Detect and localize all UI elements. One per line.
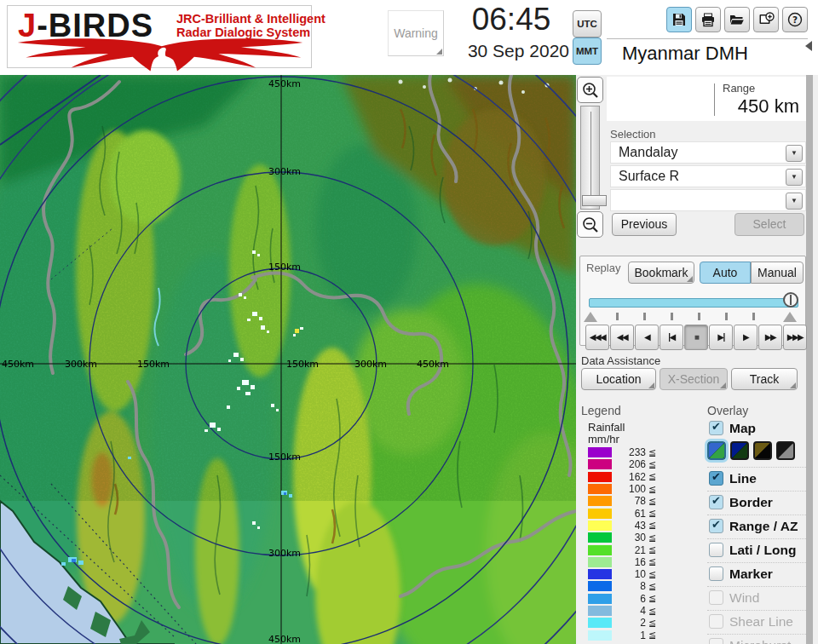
select-button[interactable]: Select bbox=[734, 213, 804, 236]
overlay-item-border[interactable]: ✔ Border bbox=[707, 491, 806, 513]
xsection-button[interactable]: X-Section bbox=[660, 368, 728, 390]
header-bar: J-BIRDS JRC-Brilliant & Intelligent Rada… bbox=[0, 0, 818, 75]
svg-text:?: ? bbox=[792, 14, 798, 25]
overlay-item-microburst: ✔ Microburst bbox=[707, 634, 806, 644]
clock-date: 30 Sep 2020 bbox=[430, 41, 569, 61]
zoom-in-button[interactable] bbox=[577, 77, 603, 103]
check-icon: ✔ bbox=[711, 494, 721, 507]
check-icon: ✔ bbox=[711, 420, 721, 433]
checkbox: ✔ bbox=[709, 590, 723, 605]
panel-divider bbox=[607, 38, 808, 39]
zoom-slider-track[interactable] bbox=[580, 106, 600, 210]
range-label: Range bbox=[723, 82, 755, 95]
check-icon: ✔ bbox=[711, 470, 721, 483]
option-dropdown[interactable]: ▼ bbox=[610, 189, 806, 211]
replay-slider-track[interactable] bbox=[589, 298, 798, 308]
help-icon: ? bbox=[786, 11, 804, 28]
svg-text:450km: 450km bbox=[268, 634, 301, 644]
svg-text:150km: 150km bbox=[268, 451, 301, 463]
manual-mode-button[interactable]: Manual bbox=[751, 262, 804, 284]
fast-rewind-button[interactable]: ◀◀ bbox=[610, 325, 634, 350]
zoom-out-button[interactable] bbox=[577, 211, 603, 238]
svg-text:300km: 300km bbox=[268, 166, 301, 177]
open-folder-icon bbox=[729, 11, 746, 28]
checkbox[interactable]: ✔ bbox=[709, 495, 723, 509]
menu-corner-icon bbox=[648, 382, 654, 388]
legend-row: 61≦ bbox=[588, 507, 682, 519]
skip-to-start-button[interactable]: |◀ bbox=[660, 325, 683, 350]
legend-row: 43≦ bbox=[588, 520, 682, 532]
legend-row: 2≦ bbox=[588, 617, 682, 629]
svg-text:150km: 150km bbox=[268, 262, 301, 273]
svg-text:150km: 150km bbox=[137, 359, 170, 370]
utc-button[interactable]: UTC bbox=[573, 10, 602, 37]
svg-text:300km: 300km bbox=[354, 359, 387, 370]
replay-slider-handle[interactable] bbox=[783, 292, 798, 308]
mmt-button[interactable]: MMT bbox=[573, 37, 602, 65]
checkbox: ✔ bbox=[709, 614, 723, 629]
checkbox[interactable]: ✔ bbox=[709, 566, 723, 581]
slider-end-marker bbox=[783, 312, 797, 322]
product-dropdown[interactable]: Surface R ▼ bbox=[610, 165, 806, 187]
save-button[interactable] bbox=[666, 7, 692, 32]
data-assistance-label: Data Assistance bbox=[581, 354, 660, 367]
overlay-item-lati-long[interactable]: ✔ Lati / Long bbox=[707, 538, 806, 561]
stop-button[interactable]: ■ bbox=[684, 325, 708, 350]
radar-map[interactable]: 450km 300km 150km 150km 300km 450km 450k… bbox=[0, 75, 576, 644]
fast-forward-3-button[interactable]: ▶▶▶ bbox=[783, 325, 807, 350]
jbirds-logo: J-BIRDS JRC-Brilliant & Intelligent Rada… bbox=[7, 5, 312, 68]
map-style-olive[interactable] bbox=[753, 441, 772, 460]
chevron-down-icon[interactable]: ▼ bbox=[786, 169, 803, 186]
station-title: Myanmar DMH bbox=[622, 43, 748, 65]
clock-time: 06:45 bbox=[450, 2, 573, 37]
playback-controls: ◀◀◀ ◀◀ ◀ |◀ ■ ▶| ▶ ▶▶ ▶▶▶ bbox=[585, 325, 807, 350]
legend-row: 162≦ bbox=[588, 471, 682, 483]
overlay-item-map[interactable]: ✔ Map bbox=[707, 417, 806, 440]
window-edge bbox=[806, 75, 813, 644]
eagle-icon bbox=[14, 37, 306, 72]
terrain-noise bbox=[0, 75, 576, 501]
overlay-item-marker[interactable]: ✔ Marker bbox=[707, 562, 806, 584]
overlay-item-range-az[interactable]: ✔ Range / AZ bbox=[707, 515, 806, 537]
capture-add-button[interactable] bbox=[753, 7, 779, 32]
skip-to-end-button[interactable]: ▶| bbox=[709, 325, 733, 350]
checkbox[interactable]: ✔ bbox=[709, 471, 723, 486]
selection-label: Selection bbox=[610, 128, 655, 141]
toolbar: ? bbox=[666, 7, 808, 32]
legend-row: 78≦ bbox=[588, 495, 682, 507]
legend-label: Legend bbox=[581, 404, 621, 417]
map-style-picker bbox=[707, 441, 795, 460]
menu-corner-icon bbox=[720, 382, 726, 388]
chevron-down-icon[interactable]: ▼ bbox=[786, 145, 803, 162]
map-style-dark-blue[interactable] bbox=[730, 441, 749, 460]
location-button[interactable]: Location bbox=[581, 368, 656, 390]
map-style-terrain[interactable] bbox=[707, 441, 726, 460]
open-file-button[interactable] bbox=[724, 7, 750, 32]
replay-label: Replay bbox=[586, 262, 620, 274]
legend-row: 21≦ bbox=[588, 543, 682, 555]
zoom-slider-handle[interactable] bbox=[582, 195, 607, 206]
check-icon: ✔ bbox=[711, 518, 721, 531]
fast-forward-button[interactable]: ▶▶ bbox=[758, 325, 782, 350]
previous-button[interactable]: Previous bbox=[612, 213, 677, 236]
checkbox[interactable]: ✔ bbox=[709, 543, 723, 557]
fast-rewind-3-button[interactable]: ◀◀◀ bbox=[585, 325, 609, 350]
bookmark-button[interactable]: Bookmark bbox=[628, 262, 694, 284]
print-button[interactable] bbox=[695, 7, 721, 32]
checkbox[interactable]: ✔ bbox=[709, 519, 723, 533]
legend-row: 16≦ bbox=[588, 556, 682, 568]
station-dropdown[interactable]: Mandalay ▼ bbox=[610, 141, 806, 164]
map-style-gray[interactable] bbox=[776, 441, 795, 460]
panel-collapse-arrow-icon[interactable] bbox=[805, 41, 812, 51]
play-button[interactable]: ▶ bbox=[734, 325, 758, 350]
track-button[interactable]: Track bbox=[731, 368, 798, 390]
play-reverse-button[interactable]: ◀ bbox=[635, 325, 659, 350]
auto-mode-button[interactable]: Auto bbox=[700, 262, 751, 284]
overlay-item-line[interactable]: ✔ Line bbox=[707, 467, 806, 489]
zoom-out-icon bbox=[581, 216, 600, 234]
overlay-label: Overlay bbox=[707, 404, 748, 417]
help-button[interactable]: ? bbox=[782, 7, 808, 32]
range-box: Range 450 km bbox=[607, 77, 806, 121]
checkbox[interactable]: ✔ bbox=[709, 421, 723, 435]
chevron-down-icon[interactable]: ▼ bbox=[786, 193, 803, 210]
